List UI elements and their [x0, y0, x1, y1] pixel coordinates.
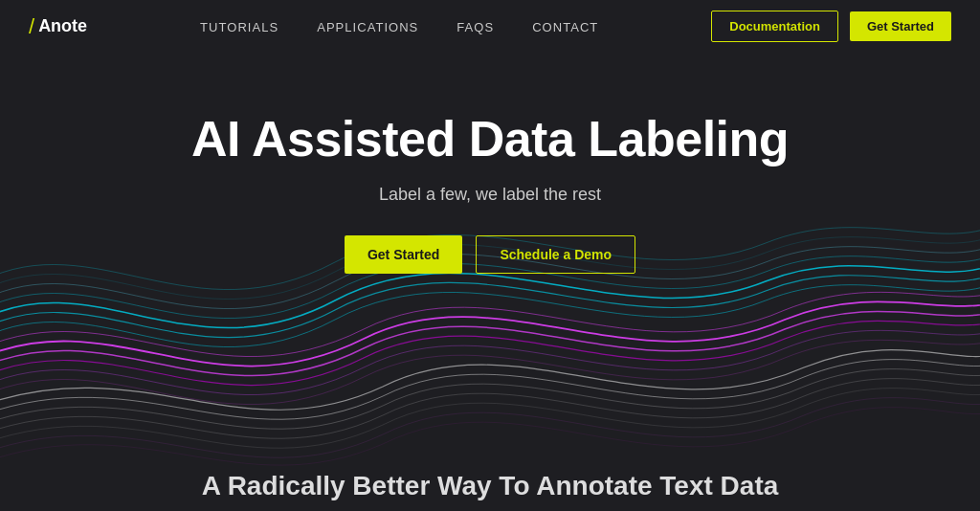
nav-contact[interactable]: CONTACT — [532, 20, 598, 34]
navbar: / Anote TUTORIALS APPLICATIONS FAQS CONT… — [0, 0, 980, 53]
hero-subtitle: Label a few, we label the rest — [0, 185, 980, 205]
nav-faqs[interactable]: FAQS — [457, 20, 494, 34]
documentation-button[interactable]: Documentation — [711, 11, 838, 42]
hero-schedule-demo-button[interactable]: Schedule a Demo — [476, 235, 635, 274]
bottom-section-title: A Radically Better Way To Annotate Text … — [0, 471, 980, 501]
get-started-nav-button[interactable]: Get Started — [850, 11, 951, 41]
hero-buttons: Get Started Schedule a Demo — [0, 235, 980, 274]
logo: / Anote — [29, 14, 87, 39]
nav-tutorials[interactable]: TUTORIALS — [200, 20, 278, 34]
hero-title: AI Assisted Data Labeling — [0, 110, 980, 167]
logo-name: Anote — [38, 16, 87, 36]
nav-applications[interactable]: APPLICATIONS — [317, 20, 418, 34]
hero-get-started-button[interactable]: Get Started — [345, 235, 462, 274]
nav-actions: Documentation Get Started — [711, 11, 951, 42]
logo-slash: / — [29, 14, 34, 39]
nav-links: TUTORIALS APPLICATIONS FAQS CONTACT — [200, 18, 598, 35]
hero-section: AI Assisted Data Labeling Label a few, w… — [0, 53, 980, 274]
